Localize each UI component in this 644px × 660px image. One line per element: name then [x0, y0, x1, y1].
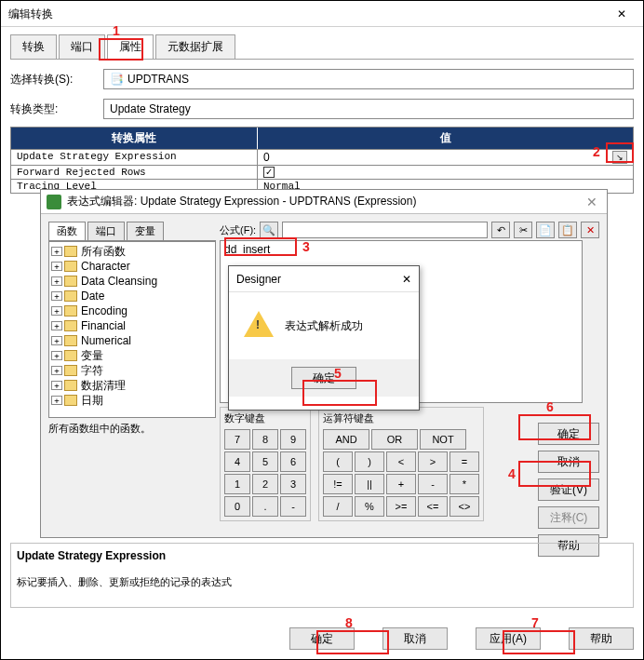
op-key[interactable]: +	[386, 474, 416, 494]
op-key[interactable]: AND	[323, 429, 369, 450]
op-key[interactable]: ||	[355, 474, 384, 494]
op-key[interactable]: NOT	[420, 429, 466, 450]
numpad-key[interactable]: .	[252, 496, 278, 517]
transform-type-label: 转换类型:	[10, 101, 103, 117]
prop-value[interactable]: ✓	[258, 166, 633, 179]
op-key[interactable]: =	[449, 451, 479, 472]
op-key[interactable]: <=	[418, 496, 448, 517]
op-key[interactable]: OR	[371, 429, 418, 450]
expand-icon[interactable]: +	[51, 276, 62, 286]
numpad-key[interactable]: 0	[224, 496, 250, 517]
numpad-key[interactable]: 4	[224, 451, 250, 472]
expr-titlebar: 表达式编辑器: Update Strategy Expression - UPD…	[41, 190, 607, 214]
main-help-button[interactable]: 帮助	[569, 627, 634, 650]
expand-icon[interactable]: +	[51, 366, 62, 375]
tree-item[interactable]: +字符	[51, 363, 213, 378]
expand-icon[interactable]: +	[51, 262, 62, 271]
expr-cancel-button[interactable]: 取消	[538, 451, 599, 473]
expand-icon[interactable]: +	[51, 351, 62, 360]
expr-validate-button[interactable]: 验证(V)	[538, 478, 599, 501]
header-value: 值	[258, 128, 633, 149]
expand-icon[interactable]: +	[51, 396, 62, 405]
op-key[interactable]: !=	[323, 474, 353, 494]
undo-icon[interactable]: ↶	[491, 222, 510, 238]
op-key[interactable]: /	[323, 496, 353, 517]
numpad-key[interactable]: 9	[280, 429, 306, 450]
expand-icon[interactable]: +	[51, 321, 62, 330]
tab-port[interactable]: 端口	[59, 34, 105, 59]
select-transform-label: 选择转换(S):	[10, 72, 103, 88]
expr-app-icon	[47, 195, 61, 209]
copy-icon[interactable]: 📄	[536, 222, 555, 238]
transform-type-value: Update Strategy	[110, 100, 191, 118]
tree-item[interactable]: +数据清理	[51, 378, 213, 393]
forward-rejected-checkbox[interactable]: ✓	[263, 167, 275, 178]
function-tree[interactable]: +所有函数+Character+Data Cleansing+Date+Enco…	[48, 241, 216, 418]
op-key[interactable]: >	[418, 451, 448, 472]
tab-ports[interactable]: 端口	[87, 222, 125, 240]
table-row[interactable]: Forward Rejected Rows ✓	[11, 165, 633, 179]
tree-item[interactable]: +Date	[51, 289, 213, 303]
paste-icon[interactable]: 📋	[558, 222, 577, 238]
tree-item[interactable]: +Financial	[51, 318, 213, 333]
tab-variables[interactable]: 变量	[127, 222, 164, 240]
op-key[interactable]: (	[323, 451, 353, 472]
op-key[interactable]: >=	[386, 496, 416, 517]
main-apply-button[interactable]: 应用(A)	[476, 627, 541, 650]
window-title: 编辑转换	[8, 1, 53, 27]
tree-item[interactable]: +Encoding	[51, 303, 213, 318]
numpad-key[interactable]: 3	[280, 474, 306, 494]
msg-close-icon[interactable]: ✕	[402, 266, 411, 291]
tab-properties[interactable]: 属性	[107, 34, 154, 59]
op-key[interactable]: )	[355, 451, 384, 472]
expand-icon[interactable]: +	[51, 247, 62, 256]
cut-icon[interactable]: ✂	[514, 222, 532, 238]
tab-transform[interactable]: 转换	[10, 34, 57, 59]
select-transform-field[interactable]: 📑 UPDTRANS	[103, 69, 634, 89]
expand-icon[interactable]: +	[51, 306, 62, 316]
tree-item[interactable]: +所有函数	[51, 244, 213, 259]
transform-icon: 📑	[110, 70, 124, 88]
folder-icon	[64, 276, 77, 287]
numpad-key[interactable]: -	[280, 496, 306, 517]
msg-titlebar: Designer ✕	[229, 266, 419, 292]
prop-value[interactable]: 0 ↘	[258, 150, 633, 165]
close-icon[interactable]: ✕	[608, 1, 636, 27]
tree-item[interactable]: +日期	[51, 393, 213, 408]
expand-icon[interactable]: +	[51, 336, 62, 345]
expand-icon[interactable]: +	[51, 381, 62, 390]
tree-item[interactable]: +Data Cleansing	[51, 274, 213, 289]
delete-icon[interactable]: ✕	[581, 222, 599, 238]
op-key[interactable]: -	[418, 474, 448, 494]
expr-ok-button[interactable]: 确定	[538, 423, 599, 445]
expr-comment-button[interactable]: 注释(C)	[538, 506, 599, 529]
tree-item[interactable]: +Numerical	[51, 333, 213, 348]
op-key[interactable]: <>	[449, 496, 479, 517]
op-key[interactable]: *	[449, 474, 479, 494]
expand-icon[interactable]: +	[51, 291, 62, 301]
tab-functions[interactable]: 函数	[48, 222, 86, 240]
main-cancel-button[interactable]: 取消	[382, 627, 448, 650]
tree-item-label: Data Cleansing	[81, 275, 157, 288]
tree-item-label: 数据清理	[81, 378, 126, 394]
numpad-key[interactable]: 2	[252, 474, 278, 494]
numpad-key[interactable]: 7	[224, 429, 250, 450]
table-row[interactable]: Update Strategy Expression 0 ↘	[11, 149, 633, 165]
main-ok-button[interactable]: 确定	[289, 627, 355, 650]
tab-metadata[interactable]: 元数据扩展	[155, 34, 235, 59]
msg-ok-button[interactable]: 确定	[291, 367, 356, 389]
numpad-key[interactable]: 6	[280, 451, 306, 472]
numpad-key[interactable]: 1	[224, 474, 250, 494]
tree-item[interactable]: +Character	[51, 259, 213, 274]
expr-close-icon[interactable]: ✕	[583, 195, 601, 209]
tree-item[interactable]: +变量	[51, 348, 213, 363]
op-key[interactable]: <	[386, 451, 416, 472]
numpad-key[interactable]: 5	[252, 451, 278, 472]
op-key[interactable]: %	[355, 496, 384, 517]
search-icon[interactable]: 🔍	[260, 222, 278, 238]
msg-title-text: Designer	[236, 266, 281, 291]
folder-icon	[64, 395, 77, 406]
expression-edit-button[interactable]: ↘	[612, 151, 627, 164]
numpad-key[interactable]: 8	[252, 429, 278, 450]
formula-combo[interactable]	[282, 222, 488, 238]
